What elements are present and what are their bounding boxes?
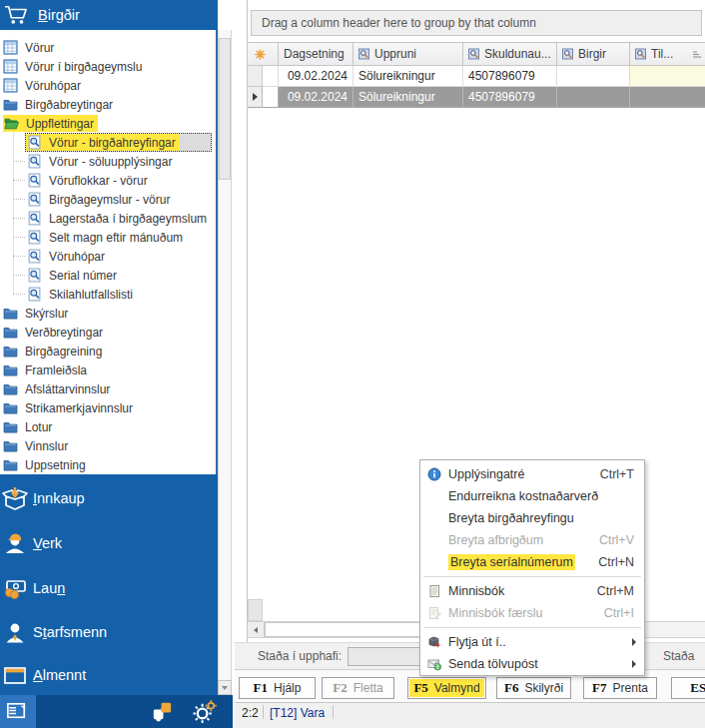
menu-item-endurreikna[interactable]: Endurreikna kostnaðarverð <box>420 485 644 507</box>
column-header-uppruni[interactable]: Uppruni <box>353 43 463 65</box>
arrow-down-icon <box>222 686 228 690</box>
f6-conditions-button[interactable]: F6 Skilyrði <box>496 677 571 699</box>
column-header-til[interactable]: Til... <box>630 43 705 65</box>
highlight: Vörur - birgðahreyfingar <box>26 134 180 151</box>
sidebar-item-birgdageymslur-vorur[interactable]: Birgðageymslur - vörur <box>0 190 216 209</box>
lookup-icon <box>27 230 42 245</box>
menu-item-senda-tolvupost[interactable]: Senda tölvupóst <box>420 653 644 675</box>
f2-browse-button[interactable]: F2 Fletta <box>322 677 394 699</box>
sidebar-item-birgdagreining[interactable]: Birgðagreining <box>0 342 216 361</box>
f5-menu-button[interactable]: F5 Valmynd <box>407 677 486 699</box>
sidebar-section-laun[interactable]: Laun <box>0 574 218 602</box>
sidebar-section-innkaup[interactable]: Innkaup <box>0 484 218 512</box>
nav-pane-icon[interactable] <box>5 699 30 724</box>
menu-item-flytja-ut[interactable]: Flytja út í.. <box>420 631 644 653</box>
sidebar-sections: Innkaup Verk Laun Starfsmenn Almennt <box>0 474 218 695</box>
sidebar-item-vinnslur[interactable]: Vinnslur <box>0 436 216 455</box>
sort-icon <box>692 50 702 59</box>
column-header-indicator[interactable] <box>248 43 279 65</box>
sidebar-section-starfsmenn[interactable]: Starfsmenn <box>0 618 218 646</box>
sidebar-item-skilahlutfallslisti[interactable]: Skilahlutfallslisti <box>0 285 216 304</box>
lookup-icon <box>562 48 574 60</box>
row-indicator-cell <box>248 87 263 108</box>
menu-separator <box>423 576 641 577</box>
esc-button[interactable]: ESC <box>671 677 705 699</box>
sidebar-item-vorur-soluupplysingar[interactable]: Vörur - söluupplýsingar <box>0 152 216 171</box>
sidebar-item-voruflokkar-vorur[interactable]: Vöruflokkar - vörur <box>0 171 216 190</box>
scrollbar-thumb[interactable] <box>219 38 231 180</box>
folder-icon <box>3 400 18 415</box>
menu-item-minnisbok[interactable]: Minnisbók Ctrl+M <box>420 580 644 602</box>
cell-til-active[interactable] <box>630 66 705 87</box>
sidebar-item-verdbreytingar[interactable]: Verðbreytingar <box>0 323 216 342</box>
sidebar-item-framleidsla[interactable]: Framleiðsla <box>0 361 216 379</box>
statusbar: 2:2 [T12] Vara <box>235 702 705 728</box>
cell-dagsetning[interactable]: 09.02.2024 <box>279 66 353 87</box>
asterisk-icon <box>255 49 266 60</box>
sidebar-item-serial-numer[interactable]: Serial númer <box>0 266 216 285</box>
folder-icon <box>3 419 18 434</box>
tree-connector-line <box>13 133 14 294</box>
column-header-skuldunautur[interactable]: Skuldunau... <box>463 43 557 65</box>
sidebar-item-vorur[interactable]: Vörur <box>0 38 216 57</box>
f7-print-button[interactable]: F7 Prenta <box>583 677 657 699</box>
info-icon <box>427 467 441 481</box>
lookup-icon <box>358 48 370 60</box>
cell-birgir[interactable] <box>557 87 630 108</box>
sidebar-scrollbar[interactable] <box>218 30 232 680</box>
sidebar-item-strikamerkjavinnslur[interactable]: Strikamerkjavinnslur <box>0 398 216 417</box>
sidebar-item-skyrslur[interactable]: Skýrslur <box>0 304 216 323</box>
sidebar-header: Birgðir <box>0 0 218 30</box>
column-header-birgir[interactable]: Birgir <box>557 43 630 65</box>
sidebar-item-voruhopar-lookup[interactable]: Vöruhópar <box>0 247 216 266</box>
menu-item-upplysingatre[interactable]: Upplýsingatré Ctrl+T <box>420 463 644 485</box>
sidebar-item-vorur-birgdahreyfingar[interactable]: Vörur - birgðahreyfingar <box>25 133 212 152</box>
menu-item-breyta-serialnumerum[interactable]: Breyta seríalnúmerum Ctrl+N <box>420 551 644 573</box>
gears-icon[interactable] <box>193 699 218 724</box>
row-star-cell <box>263 87 279 108</box>
cell-til[interactable] <box>630 87 705 108</box>
lookup-icon <box>635 48 647 60</box>
scrollbar-left-button[interactable] <box>248 622 265 637</box>
sidebar-item-vorur-i-birgdageymslu[interactable]: Vörur í birgðageymslu <box>0 57 216 76</box>
sidebar-item-lotur[interactable]: Lotur <box>0 417 216 436</box>
group-by-panel[interactable]: Drag a column header here to group by th… <box>251 10 702 36</box>
email-icon <box>427 657 441 671</box>
folder-icon <box>3 363 18 377</box>
sidebar-item-voruhopar[interactable]: Vöruhópar <box>0 76 216 95</box>
table-icon <box>3 78 18 93</box>
table-row[interactable]: 09.02.2024 Sölureikningur 4507896079 <box>248 66 705 87</box>
submenu-arrow-icon <box>632 638 636 646</box>
folder-icon <box>3 325 18 340</box>
cell-skuldunautur[interactable]: 4507896079 <box>463 87 557 108</box>
table-context: [T12] Vara <box>270 706 325 720</box>
cell-uppruni[interactable]: Sölureikningur <box>353 87 463 108</box>
lookup-icon <box>27 135 42 150</box>
sidebar-item-uppflettingar[interactable]: Uppflettingar <box>0 114 216 133</box>
sidebar-section-almennt[interactable]: Almennt <box>0 661 218 689</box>
sidebar-item-birgdabreytingar[interactable]: Birgðabreytingar <box>0 95 216 114</box>
f1-help-button[interactable]: F1 Hjálp <box>239 677 316 699</box>
cell-skuldunautur[interactable]: 4507896079 <box>463 66 557 87</box>
menu-item-breyta-birgdahreyfingu[interactable]: Breyta birgðahreyfingu <box>420 507 644 529</box>
folder-icon <box>3 306 18 321</box>
cell-dagsetning[interactable]: 09.02.2024 <box>279 87 353 108</box>
table-row-selected[interactable]: 09.02.2024 Sölureikningur 4507896079 <box>248 87 705 108</box>
purchase-box-icon <box>2 485 28 511</box>
sidebar-section-verk[interactable]: Verk <box>0 529 218 557</box>
scrollbar-down-button[interactable] <box>218 680 232 695</box>
arrow-left-icon <box>254 627 258 633</box>
sidebar-item-selt-magn[interactable]: Selt magn eftir mánuðum <box>0 228 216 247</box>
submenu-arrow-icon <box>632 660 636 668</box>
column-header-dagsetning[interactable]: Dagsetning <box>279 43 353 65</box>
divider <box>333 705 334 719</box>
cell-uppruni[interactable]: Sölureikningur <box>353 66 463 87</box>
cell-birgir[interactable] <box>557 66 630 87</box>
sidebar-item-afslattarvinnslur[interactable]: Afsláttarvinnslur <box>0 379 216 398</box>
cart-icon <box>3 4 29 26</box>
folder-icon <box>3 344 18 359</box>
grid-header-row: Dagsetning Uppruni Skuldunau... Birgir T… <box>248 42 705 66</box>
sidebar-item-uppsetning[interactable]: Uppsetning <box>0 455 216 474</box>
sidebar-item-lagerstada[interactable]: Lagerstaða í birgðageymslum <box>0 209 216 228</box>
puzzle-icon[interactable] <box>150 699 175 724</box>
